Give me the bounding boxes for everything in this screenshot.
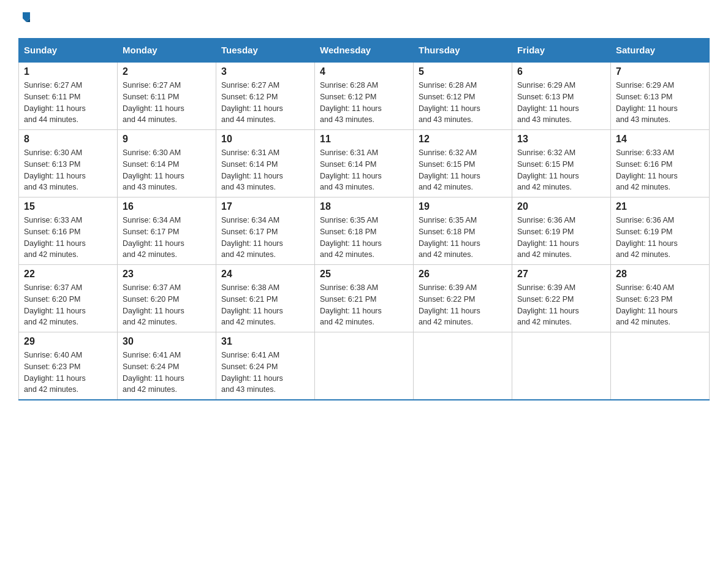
calendar-cell: 31 Sunrise: 6:41 AM Sunset: 6:24 PM Dayl…	[216, 332, 315, 400]
calendar-cell: 9 Sunrise: 6:30 AM Sunset: 6:14 PM Dayli…	[118, 130, 216, 197]
day-info: Sunrise: 6:41 AM Sunset: 6:24 PM Dayligh…	[221, 350, 309, 396]
calendar-cell	[315, 332, 414, 400]
day-number: 13	[517, 134, 605, 145]
day-number: 9	[123, 134, 211, 145]
day-info: Sunrise: 6:39 AM Sunset: 6:22 PM Dayligh…	[517, 282, 605, 328]
calendar-cell: 28 Sunrise: 6:40 AM Sunset: 6:23 PM Dayl…	[611, 265, 710, 332]
day-info: Sunrise: 6:27 AM Sunset: 6:11 PM Dayligh…	[24, 80, 112, 126]
weekday-header-wednesday: Wednesday	[315, 39, 414, 63]
day-info: Sunrise: 6:27 AM Sunset: 6:11 PM Dayligh…	[123, 80, 211, 126]
day-info: Sunrise: 6:40 AM Sunset: 6:23 PM Dayligh…	[616, 282, 704, 328]
calendar-cell: 25 Sunrise: 6:38 AM Sunset: 6:21 PM Dayl…	[315, 265, 414, 332]
weekday-header-tuesday: Tuesday	[216, 39, 315, 63]
calendar-cell: 17 Sunrise: 6:34 AM Sunset: 6:17 PM Dayl…	[216, 197, 315, 265]
day-number: 24	[221, 269, 309, 280]
day-info: Sunrise: 6:30 AM Sunset: 6:14 PM Dayligh…	[123, 147, 211, 193]
calendar-cell: 18 Sunrise: 6:35 AM Sunset: 6:18 PM Dayl…	[315, 197, 414, 265]
calendar-cell: 13 Sunrise: 6:32 AM Sunset: 6:15 PM Dayl…	[512, 130, 611, 197]
day-info: Sunrise: 6:27 AM Sunset: 6:12 PM Dayligh…	[221, 80, 309, 126]
day-number: 31	[221, 336, 309, 347]
day-number: 25	[320, 269, 408, 280]
calendar-cell: 4 Sunrise: 6:28 AM Sunset: 6:12 PM Dayli…	[315, 62, 414, 130]
day-number: 30	[123, 336, 211, 347]
calendar-week-row: 15 Sunrise: 6:33 AM Sunset: 6:16 PM Dayl…	[19, 197, 710, 265]
calendar-cell: 15 Sunrise: 6:33 AM Sunset: 6:16 PM Dayl…	[19, 197, 118, 265]
logo-arrow-icon	[20, 10, 33, 23]
calendar-cell: 23 Sunrise: 6:37 AM Sunset: 6:20 PM Dayl…	[118, 265, 216, 332]
day-info: Sunrise: 6:32 AM Sunset: 6:15 PM Dayligh…	[517, 147, 605, 193]
day-number: 29	[24, 336, 112, 347]
calendar-week-row: 22 Sunrise: 6:37 AM Sunset: 6:20 PM Dayl…	[19, 265, 710, 332]
day-number: 12	[419, 134, 507, 145]
weekday-header-row: SundayMondayTuesdayWednesdayThursdayFrid…	[19, 39, 710, 63]
day-number: 5	[419, 66, 507, 77]
calendar-cell: 11 Sunrise: 6:31 AM Sunset: 6:14 PM Dayl…	[315, 130, 414, 197]
calendar-cell: 29 Sunrise: 6:40 AM Sunset: 6:23 PM Dayl…	[19, 332, 118, 400]
calendar-cell: 16 Sunrise: 6:34 AM Sunset: 6:17 PM Dayl…	[118, 197, 216, 265]
calendar-cell: 1 Sunrise: 6:27 AM Sunset: 6:11 PM Dayli…	[19, 62, 118, 130]
day-number: 6	[517, 66, 605, 77]
day-info: Sunrise: 6:37 AM Sunset: 6:20 PM Dayligh…	[24, 282, 112, 328]
calendar-cell: 30 Sunrise: 6:41 AM Sunset: 6:24 PM Dayl…	[118, 332, 216, 400]
day-info: Sunrise: 6:36 AM Sunset: 6:19 PM Dayligh…	[517, 215, 605, 261]
day-info: Sunrise: 6:35 AM Sunset: 6:18 PM Dayligh…	[320, 215, 408, 261]
calendar-cell: 8 Sunrise: 6:30 AM Sunset: 6:13 PM Dayli…	[19, 130, 118, 197]
page-header	[18, 12, 710, 26]
day-info: Sunrise: 6:33 AM Sunset: 6:16 PM Dayligh…	[24, 215, 112, 261]
day-number: 8	[24, 134, 112, 145]
day-number: 7	[616, 66, 704, 77]
calendar-cell: 6 Sunrise: 6:29 AM Sunset: 6:13 PM Dayli…	[512, 62, 611, 130]
day-number: 4	[320, 66, 408, 77]
weekday-header-thursday: Thursday	[414, 39, 512, 63]
day-number: 21	[616, 201, 704, 212]
day-number: 18	[320, 201, 408, 212]
calendar-cell	[512, 332, 611, 400]
day-number: 2	[123, 66, 211, 77]
calendar-cell: 3 Sunrise: 6:27 AM Sunset: 6:12 PM Dayli…	[216, 62, 315, 130]
calendar-cell: 26 Sunrise: 6:39 AM Sunset: 6:22 PM Dayl…	[414, 265, 512, 332]
day-info: Sunrise: 6:32 AM Sunset: 6:15 PM Dayligh…	[419, 147, 507, 193]
weekday-header-sunday: Sunday	[19, 39, 118, 63]
calendar-cell: 5 Sunrise: 6:28 AM Sunset: 6:12 PM Dayli…	[414, 62, 512, 130]
day-number: 19	[419, 201, 507, 212]
day-info: Sunrise: 6:34 AM Sunset: 6:17 PM Dayligh…	[221, 215, 309, 261]
day-info: Sunrise: 6:37 AM Sunset: 6:20 PM Dayligh…	[123, 282, 211, 328]
day-info: Sunrise: 6:38 AM Sunset: 6:21 PM Dayligh…	[221, 282, 309, 328]
day-info: Sunrise: 6:29 AM Sunset: 6:13 PM Dayligh…	[616, 80, 704, 126]
calendar-cell: 10 Sunrise: 6:31 AM Sunset: 6:14 PM Dayl…	[216, 130, 315, 197]
calendar-cell: 27 Sunrise: 6:39 AM Sunset: 6:22 PM Dayl…	[512, 265, 611, 332]
day-info: Sunrise: 6:39 AM Sunset: 6:22 PM Dayligh…	[419, 282, 507, 328]
calendar-cell: 21 Sunrise: 6:36 AM Sunset: 6:19 PM Dayl…	[611, 197, 710, 265]
day-number: 23	[123, 269, 211, 280]
day-number: 14	[616, 134, 704, 145]
calendar-week-row: 8 Sunrise: 6:30 AM Sunset: 6:13 PM Dayli…	[19, 130, 710, 197]
calendar-cell	[611, 332, 710, 400]
day-info: Sunrise: 6:31 AM Sunset: 6:14 PM Dayligh…	[320, 147, 408, 193]
day-number: 16	[123, 201, 211, 212]
calendar-cell: 20 Sunrise: 6:36 AM Sunset: 6:19 PM Dayl…	[512, 197, 611, 265]
calendar-cell: 24 Sunrise: 6:38 AM Sunset: 6:21 PM Dayl…	[216, 265, 315, 332]
logo	[18, 12, 33, 26]
calendar-cell	[414, 332, 512, 400]
day-info: Sunrise: 6:29 AM Sunset: 6:13 PM Dayligh…	[517, 80, 605, 126]
day-info: Sunrise: 6:28 AM Sunset: 6:12 PM Dayligh…	[320, 80, 408, 126]
day-number: 20	[517, 201, 605, 212]
day-info: Sunrise: 6:35 AM Sunset: 6:18 PM Dayligh…	[419, 215, 507, 261]
weekday-header-friday: Friday	[512, 39, 611, 63]
day-info: Sunrise: 6:36 AM Sunset: 6:19 PM Dayligh…	[616, 215, 704, 261]
day-info: Sunrise: 6:41 AM Sunset: 6:24 PM Dayligh…	[123, 350, 211, 396]
day-number: 28	[616, 269, 704, 280]
day-info: Sunrise: 6:28 AM Sunset: 6:12 PM Dayligh…	[419, 80, 507, 126]
day-info: Sunrise: 6:38 AM Sunset: 6:21 PM Dayligh…	[320, 282, 408, 328]
day-number: 17	[221, 201, 309, 212]
weekday-header-saturday: Saturday	[611, 39, 710, 63]
calendar-cell: 2 Sunrise: 6:27 AM Sunset: 6:11 PM Dayli…	[118, 62, 216, 130]
calendar-table: SundayMondayTuesdayWednesdayThursdayFrid…	[18, 38, 710, 400]
day-info: Sunrise: 6:33 AM Sunset: 6:16 PM Dayligh…	[616, 147, 704, 193]
calendar-week-row: 29 Sunrise: 6:40 AM Sunset: 6:23 PM Dayl…	[19, 332, 710, 400]
day-number: 26	[419, 269, 507, 280]
day-number: 10	[221, 134, 309, 145]
calendar-cell: 19 Sunrise: 6:35 AM Sunset: 6:18 PM Dayl…	[414, 197, 512, 265]
day-number: 27	[517, 269, 605, 280]
day-number: 1	[24, 66, 112, 77]
